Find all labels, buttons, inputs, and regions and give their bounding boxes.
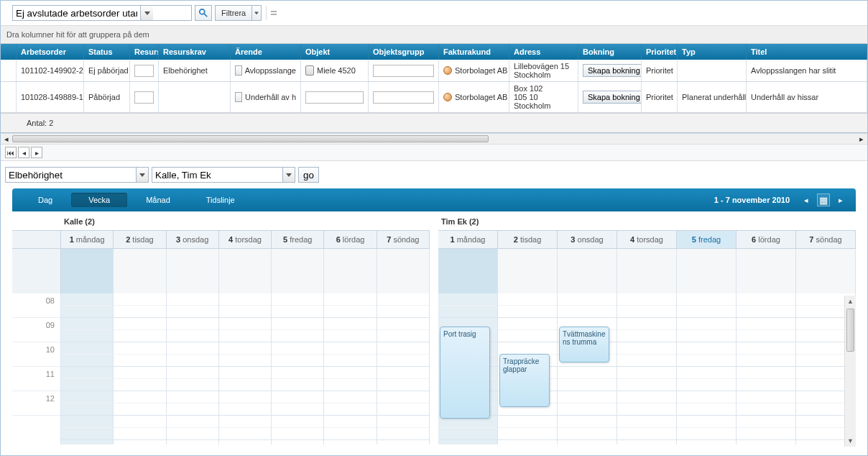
cell-resurs[interactable] [130,82,159,112]
col-arbetsorder[interactable]: Arbetsorder [17,44,84,60]
day-header-today[interactable]: 5 fredag [677,231,737,248]
v-scroll-down-icon[interactable]: ▼ [845,435,856,447]
pager-prev-icon[interactable]: ◂ [18,147,29,158]
calendar-event[interactable]: Port trasig [440,327,490,419]
cell-resurs[interactable] [130,60,159,81]
filter-select-dropdown-icon[interactable] [140,6,153,20]
day-header[interactable]: 3 onsdag [167,231,219,248]
cell-fakturakund[interactable]: Storbolaget AB [439,82,509,112]
calendar-picker-icon[interactable]: ▦ [817,193,830,206]
calendar-next-icon[interactable]: ▸ [834,193,847,206]
cell-prioritet[interactable]: Prioritet [642,60,678,81]
day-column[interactable] [61,293,114,444]
day-column[interactable] [677,293,737,444]
tab-week[interactable]: Vecka [71,193,127,207]
cell-prioritet[interactable]: Prioritet [642,82,678,112]
h-scroll-thumb[interactable] [12,135,489,142]
toolbar-overflow-icon[interactable] [271,5,277,21]
day-column[interactable]: Trappräcke glappar [498,293,558,444]
day-header[interactable]: 2 tisdag [114,231,166,248]
calendar-panel: Dag Vecka Månad Tidslinje 1 - 7 november… [12,188,856,444]
day-column[interactable] [617,293,677,444]
groupby-bar[interactable]: Dra kolumner hit för att gruppera på dem [1,26,867,44]
col-objekt[interactable]: Objekt [301,44,369,60]
day-header[interactable]: 7 söndag [796,231,856,248]
time-grid[interactable]: Port trasig Trappräcke glappar Tvättmask… [438,293,856,444]
cell-objekt[interactable] [301,82,369,112]
day-header[interactable]: 3 onsdag [558,231,617,248]
tab-day[interactable]: Dag [21,193,70,207]
col-titel[interactable]: Titel [747,44,867,60]
create-booking-button[interactable]: Skapa bokning [583,91,642,104]
skill-filter-dropdown-icon[interactable] [136,168,148,182]
col-prioritet[interactable]: Prioritet [642,44,678,60]
grid-footer: Antal: 2 [1,113,867,132]
h-scroll-left-icon[interactable]: ◂ [1,134,12,144]
create-booking-button[interactable]: Skapa bokning [583,64,642,77]
resource-filter-dropdown-icon[interactable] [282,168,295,182]
day-header[interactable]: 7 söndag [377,231,430,248]
tab-month[interactable]: Månad [129,193,188,207]
day-header[interactable]: 6 lördag [324,231,377,248]
cell-arende[interactable]: Avloppsslange [231,60,301,81]
filter-select-input[interactable] [13,6,140,20]
day-column[interactable] [377,293,430,444]
cell-arende[interactable]: Underhåll av h [231,82,301,112]
day-column[interactable] [272,293,324,444]
day-header[interactable]: 2 tisdag [498,231,558,248]
cell-objekt[interactable]: Miele 4520 [301,60,369,81]
tab-timeline[interactable]: Tidslinje [189,193,252,207]
day-header[interactable]: 4 torsdag [219,231,272,248]
day-column[interactable]: Port trasig [438,293,498,444]
calendar-v-scrollbar[interactable]: ▲ ▼ [844,296,856,447]
calendar-prev-icon[interactable]: ◂ [800,193,813,206]
pager-first-icon[interactable]: ⏮ [5,147,17,158]
day-column[interactable] [324,293,377,444]
filter-button-label[interactable]: Filtrera [215,5,251,21]
col-bokning[interactable]: Bokning [578,44,642,60]
allday-row[interactable] [438,249,856,293]
cell-objektsgrupp[interactable] [369,82,439,112]
day-column[interactable] [114,293,166,444]
day-column[interactable] [737,293,796,444]
resource-filter-input[interactable] [152,168,282,182]
cell-fakturakund[interactable]: Storbolaget AB [439,60,509,81]
day-column[interactable] [167,293,219,444]
col-typ[interactable]: Typ [678,44,747,60]
skill-filter-input[interactable] [6,168,136,182]
col-status[interactable]: Status [84,44,130,60]
col-resurskrav[interactable]: Resurskrav [159,44,231,60]
time-grid[interactable]: 08 09 10 11 12 [12,293,430,444]
col-arende[interactable]: Ärende [231,44,301,60]
search-button[interactable] [195,5,212,21]
cell-objektsgrupp[interactable] [369,60,439,81]
col-objektsgrupp[interactable]: Objektsgrupp [369,44,439,60]
day-header[interactable]: 5 fredag [272,231,324,248]
filter-select[interactable] [12,5,192,21]
allday-row[interactable] [12,249,430,293]
calendar-event[interactable]: Tvättmaskinens trumma [559,327,609,362]
filter-button-dropdown-icon[interactable] [251,5,262,21]
grid-h-scrollbar[interactable]: ◂ ▸ [1,133,867,145]
col-resurs[interactable]: Resurs [130,44,159,60]
table-row[interactable]: 101028-149889-1 Påbörjad Underhåll av h … [1,82,867,113]
v-scroll-thumb[interactable] [846,309,854,352]
col-adress[interactable]: Adress [509,44,578,60]
day-column[interactable] [219,293,272,444]
go-button[interactable]: go [298,167,319,183]
day-header[interactable]: 1 måndag [438,231,498,248]
h-scroll-right-icon[interactable]: ▸ [856,134,867,144]
day-column[interactable]: Tvättmaskinens trumma [558,293,617,444]
day-header[interactable]: 1 måndag [61,231,114,248]
calendar-event[interactable]: Trappräcke glappar [499,354,550,407]
col-fakturakund[interactable]: Fakturakund [439,44,509,60]
filter-button[interactable]: Filtrera [215,5,262,21]
pager-next-icon[interactable]: ▸ [31,147,42,158]
day-header[interactable]: 4 torsdag [617,231,677,248]
resource-filter-select[interactable] [152,167,295,183]
table-row[interactable]: 101102-149902-2 Ej påbörjad Elbehörighet… [1,60,867,82]
day-header[interactable]: 6 lördag [737,231,796,248]
grid-header-selector[interactable] [1,44,17,60]
skill-filter-select[interactable] [5,167,149,183]
v-scroll-up-icon[interactable]: ▲ [845,296,856,307]
